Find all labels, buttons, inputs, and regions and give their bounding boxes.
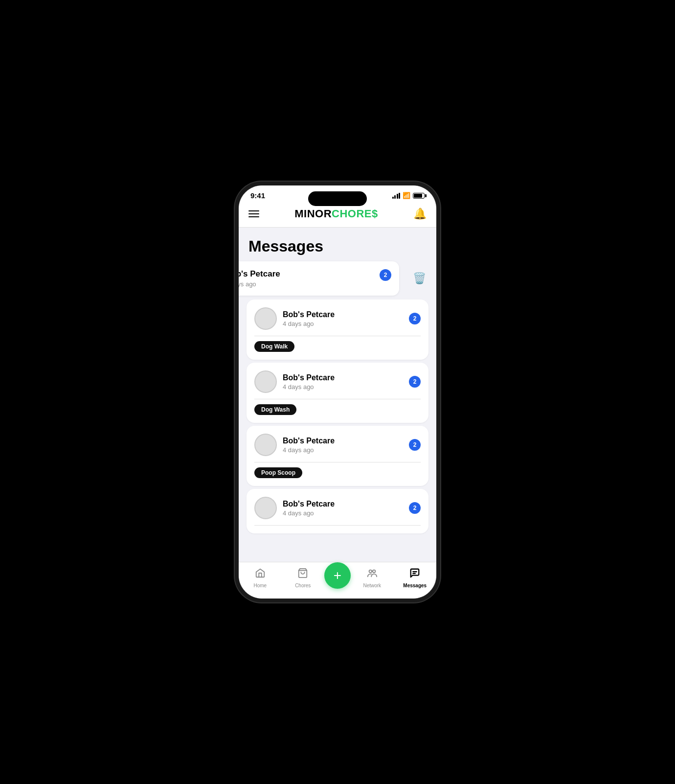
- nav-label-home: Home: [253, 583, 267, 588]
- page-title: Messages: [239, 228, 436, 261]
- message-card-inner-0: Bob's Petcare 4 days ago 2: [254, 307, 421, 336]
- dynamic-island: [308, 191, 367, 206]
- phone-frame: 9:41 📶 MINORCH: [235, 182, 440, 602]
- swiped-card-time: 4 days ago: [239, 280, 280, 288]
- messages-icon: [409, 568, 420, 581]
- avatar-2: [254, 434, 277, 456]
- app-title-minor: MINOR: [294, 208, 332, 220]
- message-info-3: Bob's Petcare 4 days ago: [283, 500, 403, 517]
- app-header: MINORCHORE$ 🔔: [239, 203, 436, 228]
- nav-label-network: Network: [363, 583, 381, 588]
- swiped-card-name: Bob's Petcare: [239, 269, 280, 279]
- app-title-chores: CHORE$: [332, 208, 378, 220]
- signal-icon: [392, 193, 401, 199]
- hamburger-line-2: [248, 213, 259, 214]
- tag-pill-2: Poop Scoop: [254, 467, 302, 478]
- bottom-nav: Home Chores + Network: [239, 562, 436, 599]
- swiped-card[interactable]: Bob's Petcare 4 days ago 2: [239, 261, 399, 296]
- message-time-2: 4 days ago: [283, 446, 403, 454]
- message-card-3[interactable]: Bob's Petcare 4 days ago 2: [247, 489, 428, 533]
- nav-item-messages[interactable]: Messages: [394, 568, 437, 588]
- svg-point-1: [369, 570, 372, 573]
- add-button[interactable]: +: [324, 562, 351, 589]
- nav-label-messages: Messages: [403, 583, 427, 588]
- message-card-2[interactable]: Bob's Petcare 4 days ago 2 Poop Scoop: [247, 426, 428, 486]
- tag-pill-0: Dog Walk: [254, 341, 294, 352]
- message-name-0: Bob's Petcare: [283, 310, 403, 319]
- avatar-3: [254, 497, 277, 519]
- message-time-1: 4 days ago: [283, 383, 403, 391]
- message-name-3: Bob's Petcare: [283, 500, 403, 508]
- wifi-icon: 📶: [403, 192, 410, 199]
- add-icon: +: [334, 568, 341, 583]
- status-icons: 📶: [392, 192, 425, 199]
- nav-label-chores: Chores: [295, 583, 311, 588]
- message-list: Bob's Petcare 4 days ago 2 Dog Walk Bob'…: [239, 300, 436, 533]
- menu-button[interactable]: [248, 210, 259, 217]
- tag-pill-1: Dog Wash: [254, 404, 296, 415]
- avatar-0: [254, 307, 277, 330]
- message-name-2: Bob's Petcare: [283, 437, 403, 445]
- message-badge-0: 2: [409, 313, 421, 324]
- phone-screen: 9:41 📶 MINORCH: [239, 185, 436, 599]
- message-time-0: 4 days ago: [283, 320, 403, 327]
- status-time: 9:41: [250, 191, 265, 200]
- hamburger-line-1: [248, 210, 259, 211]
- hamburger-line-3: [248, 216, 259, 217]
- message-info-0: Bob's Petcare 4 days ago: [283, 310, 403, 327]
- message-card-inner-1: Bob's Petcare 4 days ago 2: [254, 370, 421, 399]
- message-badge-3: 2: [409, 502, 421, 514]
- svg-point-2: [373, 570, 376, 573]
- message-badge-1: 2: [409, 376, 421, 388]
- nav-item-network[interactable]: Network: [351, 568, 394, 588]
- content-area: Messages 🗑️ Bob's Petcare 4 days ago 2: [239, 228, 436, 562]
- message-card-1[interactable]: Bob's Petcare 4 days ago 2 Dog Wash: [247, 363, 428, 423]
- avatar-1: [254, 370, 277, 393]
- message-name-1: Bob's Petcare: [283, 373, 403, 382]
- swiped-card-badge: 2: [380, 269, 391, 281]
- network-icon: [366, 568, 378, 581]
- message-time-3: 4 days ago: [283, 509, 403, 517]
- home-icon: [255, 568, 266, 581]
- message-info-2: Bob's Petcare 4 days ago: [283, 437, 403, 454]
- app-title: MINORCHORE$: [294, 208, 378, 220]
- nav-item-chores[interactable]: Chores: [282, 568, 325, 588]
- message-badge-2: 2: [409, 439, 421, 451]
- message-card-inner-3: Bob's Petcare 4 days ago 2: [254, 497, 421, 526]
- message-card-0[interactable]: Bob's Petcare 4 days ago 2 Dog Walk: [247, 300, 428, 360]
- swipe-container: 🗑️ Bob's Petcare 4 days ago 2: [239, 261, 436, 296]
- delete-action[interactable]: 🗑️: [402, 261, 436, 296]
- message-info-1: Bob's Petcare 4 days ago: [283, 373, 403, 391]
- nav-item-home[interactable]: Home: [239, 568, 282, 588]
- battery-icon: [413, 193, 425, 199]
- message-card-inner-2: Bob's Petcare 4 days ago 2: [254, 434, 421, 462]
- chores-icon: [297, 568, 308, 581]
- notification-button[interactable]: 🔔: [413, 208, 427, 220]
